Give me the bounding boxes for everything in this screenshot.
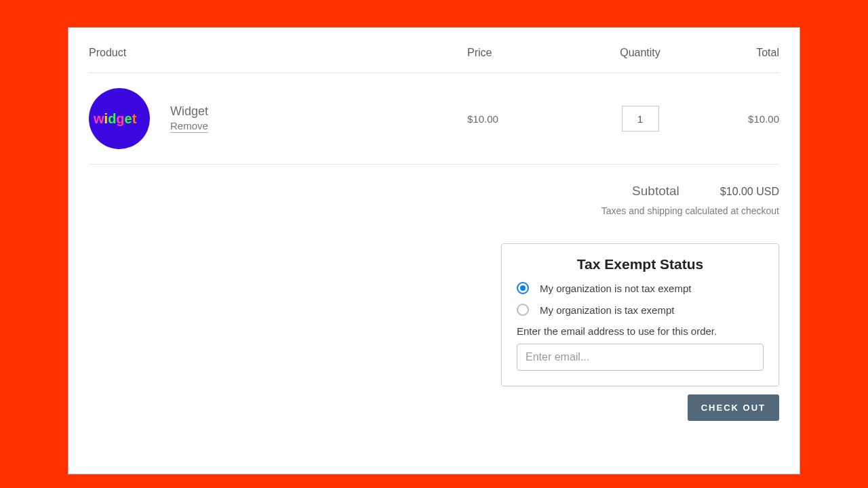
checkout-wrap: CHECK OUT <box>688 394 779 421</box>
summary: Subtotal $10.00 USD Taxes and shipping c… <box>89 184 779 216</box>
remove-link[interactable]: Remove <box>170 120 208 133</box>
product-cell: widget Widget Remove <box>89 88 467 149</box>
header-total: Total <box>698 47 779 59</box>
radio-icon <box>517 282 529 294</box>
subtotal-value: $10.00 USD <box>720 186 779 198</box>
header-product: Product <box>89 47 467 59</box>
email-field[interactable] <box>517 344 764 371</box>
subtotal-row: Subtotal $10.00 USD <box>632 184 779 199</box>
table-row: widget Widget Remove $10.00 $10.00 <box>89 73 779 165</box>
tax-exempt-title: Tax Exempt Status <box>517 256 764 272</box>
svg-text:widget: widget <box>93 111 137 126</box>
product-name[interactable]: Widget <box>170 104 208 119</box>
email-label: Enter the email address to use for this … <box>517 325 764 337</box>
subtotal-label: Subtotal <box>632 184 679 199</box>
table-headers: Product Price Quantity Total <box>89 47 779 73</box>
quantity-cell <box>583 106 698 131</box>
widget-icon: widget <box>92 105 146 132</box>
header-price: Price <box>467 47 583 59</box>
product-thumbnail[interactable]: widget <box>89 88 150 149</box>
radio-icon <box>517 304 529 316</box>
checkout-button[interactable]: CHECK OUT <box>688 394 779 421</box>
quantity-input[interactable] <box>622 106 659 131</box>
radio-label: My organization is not tax exempt <box>540 283 691 294</box>
line-total: $10.00 <box>698 113 779 125</box>
product-info: Widget Remove <box>170 104 208 133</box>
radio-exempt[interactable]: My organization is tax exempt <box>517 304 764 316</box>
cart-card: Product Price Quantity Total widget Widg… <box>68 27 800 474</box>
tax-exempt-box: Tax Exempt Status My organization is not… <box>501 243 779 386</box>
product-price: $10.00 <box>467 113 583 125</box>
radio-label: My organization is tax exempt <box>540 304 674 316</box>
header-quantity: Quantity <box>583 47 698 59</box>
tax-shipping-note: Taxes and shipping calculated at checkou… <box>601 205 779 216</box>
radio-not-exempt[interactable]: My organization is not tax exempt <box>517 282 764 294</box>
